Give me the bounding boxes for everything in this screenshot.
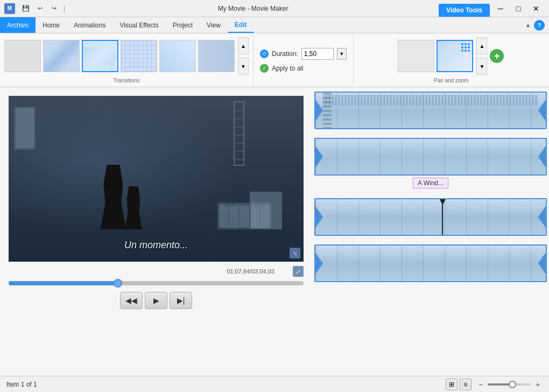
preview-panel: Un momento... ⤡ 01:07,84/03:04,03 ⤢ ◀◀ ▶ bbox=[0, 87, 312, 376]
timeline-clip-4[interactable] bbox=[314, 244, 547, 282]
transitions-scroll-up[interactable]: ▲ bbox=[238, 37, 249, 54]
clip-notch-left-3 bbox=[315, 206, 323, 228]
transition-thumb-blank1[interactable] bbox=[4, 40, 41, 72]
duration-section: ⏱ Duration: ▼ ✓ Apply to all bbox=[254, 33, 354, 87]
maximize-button[interactable]: □ bbox=[510, 1, 527, 16]
window-title: My Movie - Movie Maker bbox=[67, 5, 439, 12]
pan-zoom-thumbnails: ▲ ▼ + bbox=[398, 36, 504, 76]
duration-input[interactable] bbox=[301, 48, 334, 60]
expand-button[interactable]: ⤢ bbox=[293, 266, 304, 277]
transition-thumb-5[interactable] bbox=[159, 40, 196, 72]
duration-row: ⏱ Duration: ▼ bbox=[260, 48, 347, 60]
clip-notch-left-4 bbox=[315, 253, 323, 274]
minimize-button[interactable]: ─ bbox=[492, 1, 509, 16]
progress-fill bbox=[9, 281, 118, 285]
undo-button[interactable]: ↩ bbox=[33, 2, 46, 15]
playback-controls: ◀◀ ▶ ▶| bbox=[9, 292, 304, 309]
fullscreen-button[interactable]: ⤡ bbox=[290, 248, 300, 258]
timeline-clip-3[interactable] bbox=[314, 198, 547, 236]
clip-label-2: A Wind... bbox=[413, 178, 448, 188]
zoom-control: − + bbox=[476, 380, 543, 389]
help-button[interactable]: ? bbox=[534, 20, 545, 31]
zoom-slider[interactable] bbox=[488, 383, 531, 386]
add-effect-button[interactable]: + bbox=[490, 49, 504, 63]
transition-thumb-selected[interactable] bbox=[82, 40, 118, 72]
ribbon: ▲ ▼ Transitions ⏱ Duration: ▼ ✓ Apply to… bbox=[0, 33, 549, 87]
apply-all-row: ✓ Apply to all bbox=[260, 64, 347, 73]
clip-notch-right-1 bbox=[538, 100, 546, 121]
progress-bar[interactable] bbox=[9, 281, 304, 285]
clip-filmstrip-2 bbox=[315, 139, 546, 174]
total-time: 03:04,03 bbox=[251, 268, 274, 275]
clip-filmstrip-3 bbox=[315, 199, 546, 235]
checkmark-icon: ✓ bbox=[260, 64, 269, 73]
video-tools-tab[interactable]: Video Tools bbox=[439, 4, 490, 17]
duration-label: Duration: bbox=[272, 50, 298, 58]
timeline-clip-2[interactable] bbox=[314, 138, 547, 176]
save-button[interactable]: 💾 bbox=[19, 2, 32, 15]
status-icons: ⊞ ≡ bbox=[446, 379, 471, 390]
clip-notch-left-2 bbox=[315, 146, 323, 167]
rewind-button[interactable]: ◀◀ bbox=[120, 292, 143, 309]
forward-button[interactable]: ▶| bbox=[170, 292, 192, 309]
room-background bbox=[9, 96, 304, 262]
menu-visual-effects[interactable]: Visual Effects bbox=[112, 17, 165, 33]
main-area: Un momento... ⤡ 01:07,84/03:04,03 ⤢ ◀◀ ▶ bbox=[0, 87, 549, 376]
transitions-section: ▲ ▼ Transitions bbox=[0, 33, 254, 87]
app-icons: M bbox=[4, 3, 15, 14]
app-logo: M bbox=[4, 3, 15, 14]
timeline-panel: A Wind... bbox=[312, 87, 549, 376]
zoom-in-button[interactable]: + bbox=[533, 380, 543, 389]
title-bar: M 💾 ↩ ↪ | My Movie - Movie Maker Video T… bbox=[0, 0, 549, 17]
view-mode-button-2[interactable]: ≡ bbox=[460, 379, 471, 390]
time-display: 01:07,84/03:04,03 bbox=[227, 268, 274, 275]
pan-zoom-label: Pan and zoom bbox=[434, 76, 469, 85]
transition-thumb-6[interactable] bbox=[198, 40, 235, 72]
menu-animations[interactable]: Animations bbox=[67, 17, 112, 33]
apply-all-label[interactable]: Apply to all bbox=[272, 65, 304, 72]
pan-zoom-thumb-selected[interactable] bbox=[437, 40, 473, 72]
window-controls: ─ □ ✕ bbox=[492, 1, 545, 16]
menu-bar: Archivo Home Animations Visual Effects P… bbox=[0, 17, 549, 33]
menu-view[interactable]: View bbox=[200, 17, 228, 33]
clip-notch-right-2 bbox=[538, 146, 546, 167]
figure-group bbox=[97, 165, 143, 229]
playhead bbox=[442, 199, 443, 235]
pan-zoom-scroll-down[interactable]: ▼ bbox=[476, 58, 487, 75]
item-count: Item 1 of 1 bbox=[6, 381, 37, 388]
video-scene: Un momento... ⤡ bbox=[9, 96, 304, 262]
zoom-slider-handle[interactable] bbox=[509, 381, 516, 388]
transitions-label: Transitions bbox=[114, 76, 140, 85]
duration-dropdown[interactable]: ▼ bbox=[337, 48, 347, 60]
status-bar: Item 1 of 1 ⊞ ≡ − + bbox=[0, 376, 549, 392]
menu-home[interactable]: Home bbox=[36, 17, 67, 33]
toolbar-buttons: 💾 ↩ ↪ | bbox=[19, 2, 67, 15]
video-preview: Un momento... ⤡ bbox=[9, 96, 304, 262]
progress-handle[interactable] bbox=[114, 279, 122, 288]
transition-thumb-grid[interactable] bbox=[121, 40, 157, 72]
redo-button[interactable]: ↪ bbox=[47, 2, 60, 15]
view-mode-button-1[interactable]: ⊞ bbox=[446, 379, 458, 390]
clip-filmstrip-4 bbox=[315, 246, 546, 281]
transitions-thumbnails: ▲ ▼ bbox=[4, 36, 249, 76]
zoom-out-button[interactable]: − bbox=[476, 380, 485, 389]
ribbon-collapse-button[interactable]: ▲ bbox=[525, 22, 531, 28]
clip-notch-right-3 bbox=[538, 206, 546, 228]
window-element bbox=[14, 107, 36, 150]
clip-notch-left-1 bbox=[315, 100, 323, 121]
timeline-scroll[interactable]: A Wind... bbox=[314, 92, 549, 372]
pan-zoom-scroll-up[interactable]: ▲ bbox=[476, 37, 487, 54]
dresser-element bbox=[250, 192, 282, 229]
pan-zoom-thumb-1[interactable] bbox=[398, 40, 434, 72]
play-button[interactable]: ▶ bbox=[145, 292, 167, 309]
figure1 bbox=[97, 165, 129, 229]
menu-archivo[interactable]: Archivo bbox=[0, 17, 36, 33]
menu-project[interactable]: Project bbox=[166, 17, 200, 33]
timeline-clip-1[interactable] bbox=[314, 92, 547, 129]
menu-edit[interactable]: Edit bbox=[228, 17, 254, 33]
figure2 bbox=[124, 186, 143, 229]
pan-zoom-section: ▲ ▼ + Pan and zoom bbox=[354, 33, 549, 87]
close-button[interactable]: ✕ bbox=[527, 1, 545, 16]
transition-thumb-2[interactable] bbox=[43, 40, 80, 72]
transitions-scroll-down[interactable]: ▼ bbox=[238, 58, 249, 75]
